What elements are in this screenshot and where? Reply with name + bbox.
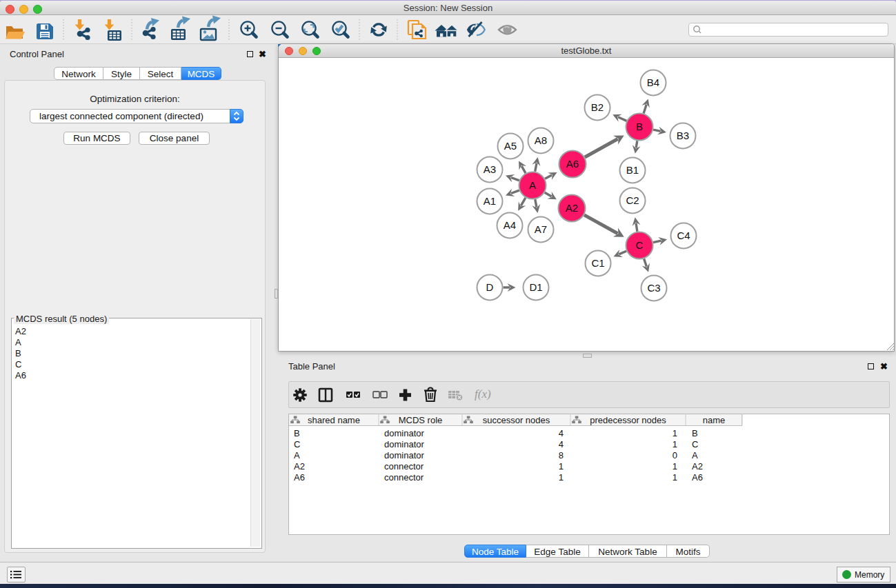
svg-text:C2: C2 [626, 194, 639, 206]
svg-text:A: A [529, 179, 536, 191]
svg-text:A8: A8 [535, 134, 547, 146]
svg-text:C4: C4 [677, 230, 690, 241]
svg-text:B3: B3 [677, 130, 689, 141]
svg-text:B2: B2 [591, 101, 604, 113]
svg-text:B1: B1 [626, 164, 639, 176]
svg-text:D1: D1 [529, 281, 542, 293]
svg-text:A7: A7 [535, 223, 547, 235]
svg-text:C1: C1 [591, 257, 604, 269]
svg-text:C3: C3 [647, 282, 660, 294]
svg-text:A1: A1 [484, 195, 496, 207]
svg-text:B: B [636, 121, 643, 132]
svg-text:D: D [486, 281, 494, 293]
svg-text:A4: A4 [504, 219, 516, 231]
svg-text:A6: A6 [566, 158, 579, 170]
svg-text:A2: A2 [566, 202, 578, 214]
svg-text:C: C [636, 239, 644, 251]
svg-text:B4: B4 [647, 77, 659, 88]
svg-text:A5: A5 [504, 140, 517, 152]
svg-text:A3: A3 [484, 163, 496, 175]
